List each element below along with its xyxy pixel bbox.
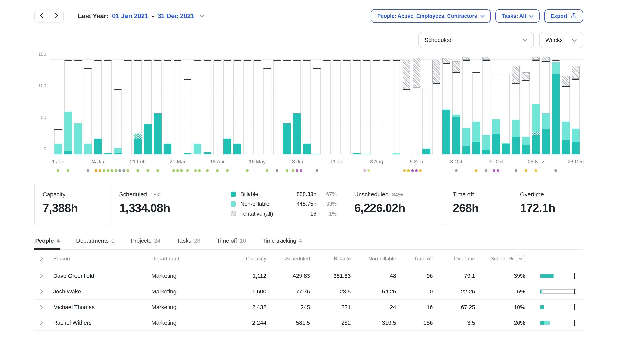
overtime-cell: 67.25: [434, 304, 476, 311]
export-button[interactable]: Export: [544, 9, 583, 23]
metric-select[interactable]: Scheduled: [418, 32, 534, 48]
chart-week-45[interactable]: [501, 57, 511, 154]
table-row-michael-thomas[interactable]: Michael ThomasMarketing2,432245221241667…: [34, 300, 583, 315]
chart-week-43[interactable]: [481, 57, 491, 154]
header-scheduled[interactable]: Scheduled: [267, 256, 311, 262]
sched-pct-dropdown-button[interactable]: [516, 255, 525, 262]
chart-week-23[interactable]: [282, 57, 292, 154]
chart-week-48[interactable]: 28 Nov: [531, 57, 541, 154]
milestone-dots: [87, 169, 89, 172]
chart-week-24[interactable]: 13 Jun: [292, 57, 302, 154]
capacity-bar: [174, 60, 181, 154]
chart-week-25[interactable]: [302, 57, 312, 154]
x-axis-label: 21 Mar: [170, 159, 186, 165]
chart-week-12[interactable]: 21 Mar: [173, 57, 183, 154]
chart-week-47[interactable]: [521, 57, 531, 154]
chart-week-38[interactable]: [431, 57, 441, 154]
chart-week-50[interactable]: [551, 57, 561, 154]
header-billable[interactable]: Billable: [311, 256, 352, 262]
header-person[interactable]: Person: [52, 256, 151, 262]
chart-week-5[interactable]: [103, 57, 113, 154]
range-start-date[interactable]: 01 Jan 2021: [112, 12, 148, 20]
people-filter-button[interactable]: People: Active, Employees, Contractors: [371, 9, 491, 23]
chart-week-41[interactable]: [461, 57, 471, 154]
people-table: Person Department Capacity Scheduled Bil…: [34, 250, 583, 331]
chart-week-2[interactable]: [73, 57, 83, 154]
chart-week-4[interactable]: 24 Jan: [93, 57, 103, 154]
tab-time-off[interactable]: Time off16: [216, 235, 247, 249]
header-time-off[interactable]: Time off: [397, 256, 434, 262]
tasks-filter-button[interactable]: Tasks: All: [495, 9, 540, 23]
chart-week-37[interactable]: [421, 57, 431, 154]
chart-week-49[interactable]: [541, 57, 551, 154]
row-expand-icon[interactable]: [34, 273, 52, 278]
chevron-down-icon: [519, 256, 522, 262]
chart-week-32[interactable]: 8 Aug: [372, 57, 382, 154]
chart-week-44[interactable]: 31 Oct: [491, 57, 501, 154]
chart-week-36[interactable]: 5 Sep: [412, 57, 421, 154]
department-cell: Marketing: [151, 304, 226, 311]
chart-week-31[interactable]: [362, 57, 372, 154]
header-expand-icon[interactable]: [34, 256, 52, 261]
chart-week-6[interactable]: [113, 57, 123, 154]
tab-departments[interactable]: Departments1: [75, 235, 115, 249]
chart-week-20[interactable]: 16 May: [252, 57, 262, 154]
chart-week-10[interactable]: [153, 57, 163, 154]
chart-week-42[interactable]: [471, 57, 481, 154]
chart-week-15[interactable]: [203, 57, 212, 154]
next-period-button[interactable]: [49, 10, 64, 22]
tasks-filter-label: Tasks: All: [502, 13, 526, 19]
header-overtime[interactable]: Overtime: [434, 256, 476, 262]
prev-period-button[interactable]: [34, 10, 49, 22]
header-department[interactable]: Department: [151, 256, 226, 262]
chart-week-7[interactable]: [123, 57, 133, 154]
tab-tasks[interactable]: Tasks23: [176, 235, 201, 249]
chart-week-21[interactable]: [262, 57, 272, 154]
chart-week-29[interactable]: [342, 57, 352, 154]
row-expand-icon[interactable]: [34, 305, 52, 310]
bar-stack: [572, 57, 580, 154]
table-row-josh-wake[interactable]: Josh WakeMarketing1,60077.7523.554.25022…: [34, 284, 583, 300]
table-row-dave-greenfield[interactable]: Dave GreenfieldMarketing1,112429.83381.8…: [34, 268, 583, 284]
chart-week-39[interactable]: [441, 57, 451, 154]
chart-week-34[interactable]: [392, 57, 402, 154]
tab-projects[interactable]: Projects24: [130, 235, 161, 249]
chart-week-28[interactable]: 11 Jul: [332, 57, 342, 154]
chart-week-18[interactable]: [232, 57, 242, 154]
range-end-date[interactable]: 31 Dec 2021: [157, 12, 194, 20]
chart-week-26[interactable]: [312, 57, 322, 154]
tab-people[interactable]: People4: [34, 235, 60, 249]
header-non-billable[interactable]: Non-billable: [352, 256, 397, 262]
chart-week-11[interactable]: [163, 57, 173, 154]
chart-week-8[interactable]: 21 Feb: [133, 57, 143, 154]
chart-week-16[interactable]: 18 Apr: [212, 57, 222, 154]
chart-week-51[interactable]: [561, 57, 571, 154]
range-chevron-down-icon[interactable]: [199, 14, 204, 18]
table-row-rachel-withers[interactable]: Rachel WithersMarketing2,244581.5262319.…: [34, 315, 583, 331]
row-expand-icon[interactable]: [34, 289, 52, 294]
billable-cell: 23.5: [311, 288, 352, 295]
tentative-bar: [532, 132, 540, 136]
tab-time-tracking[interactable]: Time tracking4: [261, 235, 303, 249]
chart-week-1[interactable]: [63, 57, 73, 154]
chart-week-30[interactable]: [352, 57, 362, 154]
chart-week-27[interactable]: [322, 57, 332, 154]
billable-bar: [204, 152, 211, 154]
chart-week-17[interactable]: [222, 57, 232, 154]
chart-week-52[interactable]: 26 Dec: [571, 57, 581, 154]
chart-week-33[interactable]: [382, 57, 392, 154]
chart-week-13[interactable]: [183, 57, 193, 154]
interval-select[interactable]: Weeks: [539, 32, 583, 48]
chart-week-14[interactable]: [193, 57, 203, 154]
chart-week-22[interactable]: [272, 57, 282, 154]
chart-week-0[interactable]: 1 Jan: [53, 57, 63, 154]
chart-week-46[interactable]: [511, 57, 521, 154]
row-expand-icon[interactable]: [34, 320, 52, 325]
chart-week-40[interactable]: 3 Oct: [451, 57, 461, 154]
header-sched-pct[interactable]: Sched. %: [476, 255, 526, 262]
chart-week-3[interactable]: [83, 57, 93, 154]
header-capacity[interactable]: Capacity: [226, 256, 267, 262]
chart-week-35[interactable]: [402, 57, 412, 154]
chart-week-19[interactable]: [242, 57, 252, 154]
chart-week-9[interactable]: [143, 57, 153, 154]
